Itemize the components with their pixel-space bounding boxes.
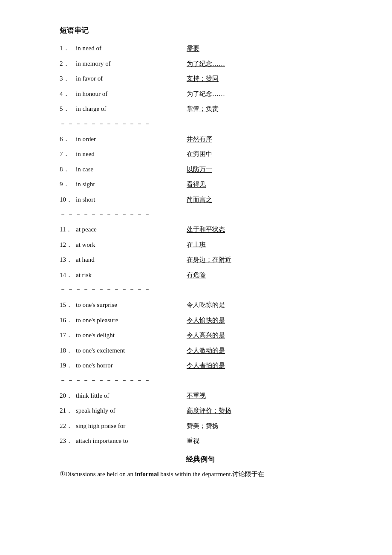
phrase-row: 8． in case 以防万一 <box>60 164 341 175</box>
phrase-num: 15． <box>60 300 76 311</box>
phrase-row: 9． in sight 看得见 <box>60 179 341 190</box>
phrase-row: 18． to one's excitement 令人激动的是 <box>60 345 341 356</box>
phrase-en: to one's delight <box>76 330 187 341</box>
phrase-row: 17． to one's delight 令人高兴的是 <box>60 330 341 341</box>
phrase-row: 22． sing high praise for 赞美；赞扬 <box>60 421 341 432</box>
phrase-num: 9． <box>60 179 76 190</box>
phrase-en: in need of <box>76 43 187 54</box>
phrase-row: 2． in memory of 为了纪念…… <box>60 58 341 69</box>
phrase-en: in need <box>76 149 187 160</box>
phrase-zh: 为了纪念…… <box>187 58 225 69</box>
phrase-num: 17． <box>60 330 76 341</box>
phrase-en: at risk <box>76 270 187 281</box>
example-text-prefix: ①Discussions are held on an <box>60 471 135 477</box>
phrase-row: 15． to one's surprise 令人吃惊的是 <box>60 300 341 311</box>
phrase-row: 14． at risk 有危险 <box>60 270 341 281</box>
section-title: 短语串记 <box>60 26 341 35</box>
phrase-zh: 令人愉快的是 <box>187 315 225 326</box>
phrase-en: in charge of <box>76 104 187 115</box>
phrase-en: in short <box>76 194 187 205</box>
divider-1: －－－－－－－－－－－－ <box>60 120 341 128</box>
phrase-num: 22． <box>60 421 76 432</box>
phrase-en: at work <box>76 240 187 251</box>
phrase-zh: 简而言之 <box>187 194 212 205</box>
phrase-en: speak highly of <box>76 405 187 416</box>
phrase-en: at peace <box>76 224 187 235</box>
phrase-row: 13． at hand 在身边；在附近 <box>60 254 341 266</box>
phrase-num: 20． <box>60 390 76 402</box>
phrase-row: 23． attach importance to 重视 <box>60 436 341 447</box>
phrase-zh: 掌管；负责 <box>187 104 219 115</box>
phrase-en: in order <box>76 134 187 145</box>
phrase-row: 11． at peace 处于和平状态 <box>60 224 341 235</box>
phrase-num: 11． <box>60 224 76 235</box>
phrase-row: 10． in short 简而言之 <box>60 194 341 205</box>
example-text-suffix: basis within the department.讨论限于在 <box>159 471 265 477</box>
example-bold-word: informal <box>135 471 159 477</box>
phrase-zh: 为了纪念…… <box>187 89 225 100</box>
phrase-num: 13． <box>60 254 76 266</box>
divider-3: －－－－－－－－－－－－ <box>60 286 341 294</box>
phrase-num: 5． <box>60 104 76 115</box>
phrase-zh: 在身边；在附近 <box>187 254 231 266</box>
phrase-en: in honour of <box>76 89 187 100</box>
phrase-group-3: 11． at peace 处于和平状态 12． at work 在上班 13． … <box>60 224 341 280</box>
phrase-en: in case <box>76 164 187 175</box>
phrase-num: 6． <box>60 134 76 145</box>
phrase-en: to one's horror <box>76 360 187 371</box>
phrase-zh: 看得见 <box>187 179 206 190</box>
phrase-zh: 需要 <box>187 43 199 54</box>
phrase-zh: 令人吃惊的是 <box>187 300 225 311</box>
phrase-num: 21． <box>60 405 76 416</box>
phrase-en: to one's surprise <box>76 300 187 311</box>
phrase-en: at hand <box>76 254 187 266</box>
example-section-title: 经典例句 <box>60 454 341 464</box>
phrase-zh: 令人高兴的是 <box>187 330 225 341</box>
phrase-num: 18． <box>60 345 76 356</box>
phrase-row: 12． at work 在上班 <box>60 240 341 251</box>
phrase-num: 4． <box>60 89 76 100</box>
phrase-row: 16． to one's pleasure 令人愉快的是 <box>60 315 341 326</box>
phrase-zh: 有危险 <box>187 270 206 281</box>
phrase-num: 23． <box>60 436 76 447</box>
phrase-row: 3． in favor of 支持；赞同 <box>60 73 341 84</box>
phrase-row: 21． speak highly of 高度评价；赞扬 <box>60 405 341 416</box>
phrase-num: 19． <box>60 360 76 371</box>
phrase-row: 7． in need 在穷困中 <box>60 149 341 160</box>
phrase-en: to one's excitement <box>76 345 187 356</box>
phrase-zh: 令人激动的是 <box>187 345 225 356</box>
phrase-group-2: 6． in order 井然有序 7． in need 在穷困中 8． in c… <box>60 134 341 205</box>
phrase-num: 16． <box>60 315 76 326</box>
phrase-row: 6． in order 井然有序 <box>60 134 341 145</box>
phrase-en: in memory of <box>76 58 187 69</box>
phrase-en: in sight <box>76 179 187 190</box>
phrase-num: 14． <box>60 270 76 281</box>
phrase-row: 4． in honour of 为了纪念…… <box>60 89 341 100</box>
phrase-zh: 令人害怕的是 <box>187 360 225 371</box>
phrase-zh: 井然有序 <box>187 134 212 145</box>
phrase-en: attach importance to <box>76 436 187 447</box>
phrase-num: 12． <box>60 240 76 251</box>
phrase-num: 8． <box>60 164 76 175</box>
phrase-num: 3． <box>60 73 76 84</box>
phrase-group-1: 1． in need of 需要 2． in memory of 为了纪念…… … <box>60 43 341 115</box>
phrase-zh: 以防万一 <box>187 164 212 175</box>
phrase-zh: 在穷困中 <box>187 149 212 160</box>
phrase-num: 1． <box>60 43 76 54</box>
phrase-row: 1． in need of 需要 <box>60 43 341 54</box>
phrase-zh: 不重视 <box>187 390 206 402</box>
phrase-zh: 支持；赞同 <box>187 73 219 84</box>
phrase-zh: 重视 <box>187 436 199 447</box>
phrase-en: think little of <box>76 390 187 402</box>
phrase-zh: 在上班 <box>187 240 206 251</box>
phrase-en: to one's pleasure <box>76 315 187 326</box>
phrase-group-4: 15． to one's surprise 令人吃惊的是 16． to one'… <box>60 300 341 371</box>
divider-4: －－－－－－－－－－－－ <box>60 376 341 384</box>
phrase-zh: 高度评价；赞扬 <box>187 405 231 416</box>
phrase-en: sing high praise for <box>76 421 187 432</box>
phrase-num: 7． <box>60 149 76 160</box>
phrase-row: 20． think little of 不重视 <box>60 390 341 402</box>
example-sentence-1: ①Discussions are held on an informal bas… <box>60 468 341 480</box>
phrase-zh: 赞美；赞扬 <box>187 421 219 432</box>
divider-2: －－－－－－－－－－－－ <box>60 210 341 218</box>
